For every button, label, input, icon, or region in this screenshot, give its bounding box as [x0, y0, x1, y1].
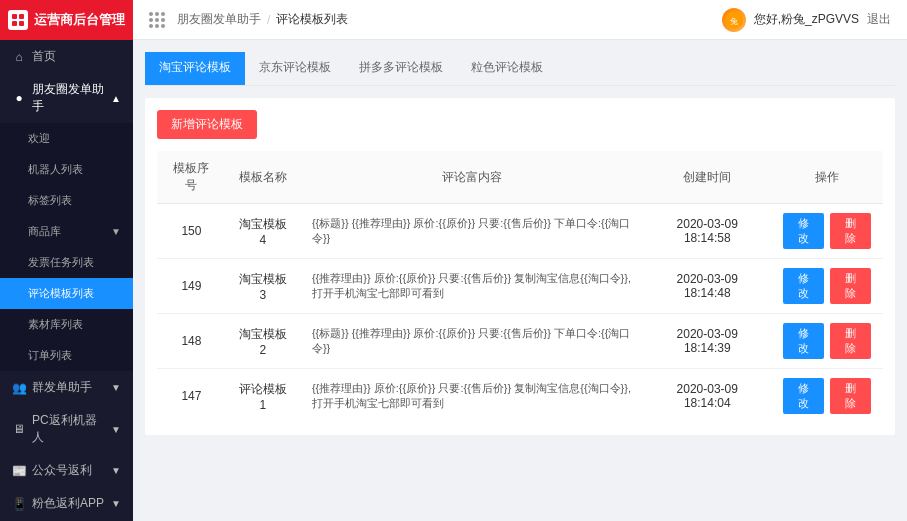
sidebar-item-welcome[interactable]: 欢迎	[0, 123, 133, 154]
sidebar-item-send-task[interactable]: 发票任务列表	[0, 247, 133, 278]
menu-label: 评论模板列表	[28, 286, 94, 301]
chevron-down-icon: ▼	[111, 382, 121, 393]
tab-jingdong[interactable]: 京东评论模板	[245, 52, 345, 85]
sidebar-item-tag-list[interactable]: 标签列表	[0, 185, 133, 216]
logo-icon	[8, 10, 28, 30]
topbar-right: 兔 您好,粉兔_zPGVVS 退出	[722, 8, 891, 32]
cell-content: {{推荐理由}} 原价:{{原价}} 只要:{{售后价}} 复制淘宝信息{{淘口…	[300, 259, 643, 314]
delete-button[interactable]: 删除	[830, 213, 871, 249]
cell-created-at: 2020-03-09 18:14:39	[643, 314, 771, 369]
sidebar-item-official-rebate[interactable]: 📰 公众号返利 ▼	[0, 454, 133, 487]
svg-rect-2	[12, 21, 17, 26]
user-name: 您好,粉兔_zPGVVS	[754, 11, 859, 28]
tab-other[interactable]: 粒色评论模板	[457, 52, 557, 85]
main-content: 朋友圈发单助手 / 评论模板列表 兔 您好,粉兔_zPGVVS 退出 淘宝评论模…	[133, 0, 907, 521]
sidebar-item-pink-rebate[interactable]: 📱 粉色返利APP ▼	[0, 487, 133, 520]
logo-text: 运营商后台管理	[34, 11, 125, 29]
fans-icon: ●	[12, 91, 26, 105]
cell-created-at: 2020-03-09 18:14:48	[643, 259, 771, 314]
sidebar-item-fans-assistant[interactable]: ● 朋友圈发单助手 ▲	[0, 73, 133, 123]
sidebar-item-group-assistant[interactable]: 👥 群发单助手 ▼	[0, 371, 133, 404]
table-row: 147 评论模板1 {{推荐理由}} 原价:{{原价}} 只要:{{售后价}} …	[157, 369, 883, 424]
sidebar-item-comment-template[interactable]: 评论模板列表	[0, 278, 133, 309]
menu-label: 商品库	[28, 224, 61, 239]
tab-taobao[interactable]: 淘宝评论模板	[145, 52, 245, 85]
table-row: 148 淘宝模板2 {{标题}} {{推荐理由}} 原价:{{原价}} 只要:{…	[157, 314, 883, 369]
menu-label: 群发单助手	[32, 379, 92, 396]
table-body: 150 淘宝模板4 {{标题}} {{推荐理由}} 原价:{{原价}} 只要:{…	[157, 204, 883, 424]
table-row: 149 淘宝模板3 {{推荐理由}} 原价:{{原价}} 只要:{{售后价}} …	[157, 259, 883, 314]
menu-label: 素材库列表	[28, 317, 83, 332]
menu-label: 公众号返利	[32, 462, 92, 479]
col-header-content: 评论富内容	[300, 151, 643, 204]
chevron-up-icon: ▲	[111, 93, 121, 104]
cell-actions: 修改 删除	[771, 259, 883, 314]
svg-rect-0	[12, 14, 17, 19]
home-icon: ⌂	[12, 50, 26, 64]
chevron-down-icon3: ▼	[111, 465, 121, 476]
cell-name: 淘宝模板2	[226, 314, 300, 369]
menu-label: 发票任务列表	[28, 255, 94, 270]
sidebar-item-home[interactable]: ⌂ 首页	[0, 40, 133, 73]
chevron-down-icon2: ▼	[111, 424, 121, 435]
robot-icon: 🖥	[12, 422, 26, 436]
tab-pinduoduo[interactable]: 拼多多评论模板	[345, 52, 457, 85]
delete-button[interactable]: 删除	[830, 268, 871, 304]
cell-id: 150	[157, 204, 226, 259]
comment-template-table: 模板序号 模板名称 评论富内容 创建时间 操作 150 淘宝模板4 {{标题}}…	[157, 151, 883, 423]
logout-button[interactable]: 退出	[867, 11, 891, 28]
svg-text:兔: 兔	[730, 17, 738, 26]
menu-label: 欢迎	[28, 131, 50, 146]
cell-created-at: 2020-03-09 18:14:58	[643, 204, 771, 259]
avatar: 兔	[722, 8, 746, 32]
col-header-actions: 操作	[771, 151, 883, 204]
edit-button[interactable]: 修改	[783, 213, 824, 249]
svg-rect-1	[19, 14, 24, 19]
menu-label: 首页	[32, 48, 56, 65]
cell-id: 149	[157, 259, 226, 314]
delete-button[interactable]: 删除	[830, 323, 871, 359]
edit-button[interactable]: 修改	[783, 378, 824, 414]
menu-label: 机器人列表	[28, 162, 83, 177]
cell-actions: 修改 删除	[771, 369, 883, 424]
sidebar-item-machine-list[interactable]: 机器人列表	[0, 154, 133, 185]
delete-button[interactable]: 删除	[830, 378, 871, 414]
chevron-right-icon: ▼	[111, 226, 121, 237]
grid-menu-icon	[149, 12, 165, 28]
col-header-created-at: 创建时间	[643, 151, 771, 204]
cell-name: 评论模板1	[226, 369, 300, 424]
cell-content: {{标题}} {{推荐理由}} 原价:{{原价}} 只要:{{售后价}} 下单口…	[300, 314, 643, 369]
cell-actions: 修改 删除	[771, 314, 883, 369]
cell-name: 淘宝模板4	[226, 204, 300, 259]
chevron-down-icon4: ▼	[111, 498, 121, 509]
breadcrumb: 朋友圈发单助手 / 评论模板列表	[177, 11, 348, 28]
group-icon: 👥	[12, 381, 26, 395]
sidebar-menu: ⌂ 首页 ● 朋友圈发单助手 ▲ 欢迎 机器人列表 标签列表 商品库 ▼ 发票	[0, 40, 133, 521]
breadcrumb-item-2: 评论模板列表	[276, 11, 348, 28]
cell-actions: 修改 删除	[771, 204, 883, 259]
cell-content: {{推荐理由}} 原价:{{原价}} 只要:{{售后价}} 复制淘宝信息{{淘口…	[300, 369, 643, 424]
official-icon: 📰	[12, 464, 26, 478]
col-header-name: 模板名称	[226, 151, 300, 204]
add-comment-template-button[interactable]: 新增评论模板	[157, 110, 257, 139]
sidebar-item-goods[interactable]: 商品库 ▼	[0, 216, 133, 247]
content-area: 淘宝评论模板 京东评论模板 拼多多评论模板 粒色评论模板 新增评论模板 模板序号…	[133, 40, 907, 521]
col-header-id: 模板序号	[157, 151, 226, 204]
cell-id: 147	[157, 369, 226, 424]
edit-button[interactable]: 修改	[783, 323, 824, 359]
table-header-row: 模板序号 模板名称 评论富内容 创建时间 操作	[157, 151, 883, 204]
table-area: 新增评论模板 模板序号 模板名称 评论富内容 创建时间 操作 150 淘宝模板4…	[145, 98, 895, 435]
breadcrumb-item-1: 朋友圈发单助手	[177, 11, 261, 28]
sidebar-logo: 运营商后台管理	[0, 0, 133, 40]
sidebar-item-pc-robot[interactable]: 🖥 PC返利机器人 ▼	[0, 404, 133, 454]
menu-label: 朋友圈发单助手	[32, 81, 105, 115]
sidebar-item-order-list[interactable]: 订单列表	[0, 340, 133, 371]
menu-label: 标签列表	[28, 193, 72, 208]
edit-button[interactable]: 修改	[783, 268, 824, 304]
menu-label: 订单列表	[28, 348, 72, 363]
sidebar-item-material-list[interactable]: 素材库列表	[0, 309, 133, 340]
cell-id: 148	[157, 314, 226, 369]
cell-name: 淘宝模板3	[226, 259, 300, 314]
sidebar: 运营商后台管理 ⌂ 首页 ● 朋友圈发单助手 ▲ 欢迎 机器人列表 标签列表 商…	[0, 0, 133, 521]
tab-bar: 淘宝评论模板 京东评论模板 拼多多评论模板 粒色评论模板	[145, 52, 895, 86]
